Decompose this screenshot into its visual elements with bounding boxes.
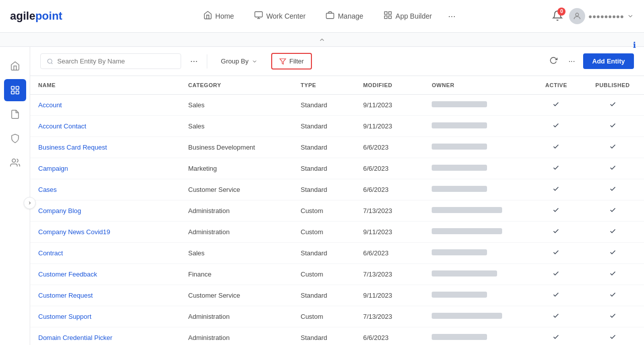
- sidebar-item-home[interactable]: [4, 55, 26, 77]
- entity-category: Sales: [180, 116, 293, 137]
- entity-active: [531, 179, 581, 200]
- entity-owner: [424, 327, 531, 346]
- avatar: [569, 8, 585, 24]
- nav-work-center[interactable]: Work Center: [246, 7, 313, 26]
- entity-name-link[interactable]: Cases: [38, 186, 57, 193]
- svg-line-15: [51, 62, 52, 63]
- check-icon: [552, 122, 559, 129]
- collapse-bar[interactable]: [0, 33, 644, 47]
- entity-published: [581, 222, 644, 243]
- svg-rect-4: [384, 12, 387, 14]
- check-icon: [609, 164, 616, 171]
- table-row: Customer FeedbackFinanceCustom7/13/2023: [30, 264, 644, 285]
- entity-owner: [424, 158, 531, 179]
- table-row: Domain Credential PickerAdministrationSt…: [30, 327, 644, 346]
- col-header-category: CATEGORY: [180, 76, 293, 95]
- sidebar-users-icon: [10, 158, 20, 168]
- entity-modified: 6/6/2023: [355, 179, 424, 200]
- toolbar-more-button[interactable]: ···: [566, 57, 578, 66]
- info-icon[interactable]: ℹ: [633, 47, 636, 49]
- entity-type: Standard: [293, 327, 355, 346]
- check-icon: [609, 185, 616, 192]
- entity-name-link[interactable]: Campaign: [38, 165, 68, 172]
- check-icon: [609, 206, 616, 214]
- entity-active: [531, 116, 581, 137]
- entity-name-link[interactable]: Business Card Request: [38, 144, 107, 151]
- user-menu[interactable]: ●●●●●●●●●: [569, 8, 634, 24]
- entity-published: [581, 137, 644, 158]
- col-header-modified: MODIFIED: [355, 76, 424, 95]
- entity-active: [531, 200, 581, 222]
- entity-type: Standard: [293, 116, 355, 137]
- table-row: Customer RequestCustomer ServiceStandard…: [30, 285, 644, 306]
- group-by-button[interactable]: Group By: [213, 53, 265, 69]
- entity-name-link[interactable]: Account: [38, 101, 62, 109]
- refresh-button[interactable]: [546, 53, 560, 70]
- sidebar-item-users[interactable]: [4, 152, 26, 174]
- entity-published: [581, 200, 644, 222]
- svg-rect-10: [16, 87, 19, 90]
- filter-label: Filter: [289, 57, 304, 65]
- svg-rect-12: [16, 91, 19, 94]
- entity-owner: [424, 137, 531, 158]
- entity-name-link[interactable]: Domain Credential Picker: [38, 334, 112, 341]
- entity-owner: [424, 95, 531, 116]
- group-by-chevron-icon: [252, 58, 258, 64]
- search-more-button[interactable]: ···: [187, 56, 201, 66]
- check-icon: [552, 206, 559, 214]
- entity-name-link[interactable]: Customer Request: [38, 292, 93, 299]
- nav-work-center-label: Work Center: [266, 12, 305, 20]
- entity-name-link[interactable]: Customer Feedback: [38, 270, 97, 278]
- entity-modified: 9/11/2023: [355, 222, 424, 243]
- sidebar-item-entity[interactable]: [4, 79, 26, 101]
- svg-rect-0: [255, 12, 263, 17]
- grid-icon: [383, 11, 392, 22]
- nav-manage-label: Manage: [338, 12, 363, 20]
- svg-rect-11: [11, 91, 14, 94]
- entity-owner: [424, 222, 531, 243]
- toolbar: ··· Group By Filter ··· Add Entity: [30, 47, 644, 76]
- entity-owner: [424, 243, 531, 264]
- notifications-bell[interactable]: 0: [552, 10, 563, 23]
- group-by-label: Group By: [221, 57, 249, 65]
- col-header-published: PUBLISHED: [581, 76, 644, 95]
- entity-type: Custom: [293, 222, 355, 243]
- check-icon: [552, 333, 559, 340]
- sidebar-item-shield[interactable]: [4, 127, 26, 150]
- filter-button[interactable]: Filter: [271, 53, 312, 70]
- entity-published: [581, 306, 644, 327]
- check-icon: [552, 185, 559, 192]
- table-header-row: NAME CATEGORY TYPE MODIFIED OWNER ACTIVE…: [30, 76, 644, 95]
- entity-name-link[interactable]: Account Contact: [38, 122, 86, 130]
- entity-owner: [424, 285, 531, 306]
- nav-app-builder[interactable]: App Builder: [375, 7, 440, 26]
- table-row: CasesCustomer ServiceStandard6/6/2023: [30, 179, 644, 200]
- entity-category: Finance: [180, 264, 293, 285]
- entity-name-link[interactable]: Customer Support: [38, 313, 92, 320]
- entity-name-link[interactable]: Company Blog: [38, 207, 81, 215]
- table-row: Company News Covid19AdministrationCustom…: [30, 222, 644, 243]
- nav-manage[interactable]: Manage: [317, 7, 371, 26]
- entity-name-link[interactable]: Contract: [38, 249, 63, 257]
- entity-modified: 7/13/2023: [355, 200, 424, 222]
- nav-more-button[interactable]: ···: [444, 9, 459, 24]
- sidebar-expand-button[interactable]: [24, 197, 36, 209]
- search-input[interactable]: [57, 57, 175, 65]
- user-name: ●●●●●●●●●: [588, 13, 624, 20]
- add-entity-button[interactable]: Add Entity: [583, 53, 634, 69]
- sidebar-item-document[interactable]: [4, 103, 26, 125]
- home-icon: [203, 11, 212, 22]
- entity-owner: [424, 264, 531, 285]
- briefcase-icon: [326, 11, 335, 22]
- entity-name-link[interactable]: Company News Covid19: [38, 228, 110, 236]
- search-box[interactable]: [40, 53, 181, 69]
- check-icon: [552, 101, 559, 108]
- chevron-right-icon: [27, 200, 32, 205]
- entity-modified: 6/6/2023: [355, 327, 424, 346]
- col-header-type: TYPE: [293, 76, 355, 95]
- chevron-down-icon: [627, 13, 634, 20]
- svg-point-8: [576, 13, 579, 16]
- sidebar-shield-icon: [10, 133, 20, 144]
- nav-home[interactable]: Home: [195, 7, 242, 26]
- entity-category: Administration: [180, 222, 293, 243]
